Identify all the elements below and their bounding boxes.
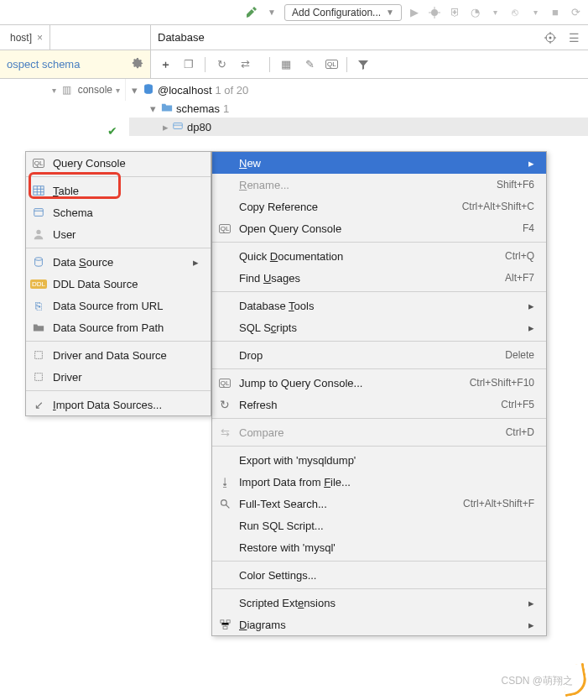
main_menu-item-drop[interactable]: DropDelete [212, 344, 546, 366]
update-icon[interactable]: ⟳ [568, 5, 583, 20]
editor-tab[interactable]: host] × [3, 25, 50, 50]
chevron-right-icon: ▸ [193, 256, 199, 269]
menu-separator [212, 561, 546, 562]
tree-db-row[interactable]: ▸ dp80 [129, 118, 588, 136]
sub_menu-item-table[interactable]: Table [26, 180, 211, 201]
main_menu-item-jump-to-query-console[interactable]: QLJump to Query Console...Ctrl+Shift+F10 [212, 372, 546, 394]
main_menu-item-database-tools[interactable]: Database Tools▸ [212, 295, 546, 316]
settings-icon[interactable]: ☰ [566, 30, 581, 45]
attach-dropdown-icon[interactable]: ▾ [528, 5, 543, 20]
sub_menu-item-query-console[interactable]: QLQuery Console [26, 152, 211, 174]
menu-separator [212, 341, 546, 342]
edit-icon[interactable]: ✎ [302, 57, 317, 72]
run-icon[interactable]: ▶ [407, 5, 422, 20]
menu-item-label: Quick Documentation [239, 250, 498, 263]
hammer-icon[interactable] [244, 5, 259, 20]
sub_menu-item-data-source-from-path[interactable]: Data Source from Path [26, 316, 211, 338]
debug-icon[interactable] [427, 5, 442, 20]
driver-icon [31, 349, 46, 361]
svg-point-10 [36, 230, 40, 234]
chevron-right-icon: ▸ [528, 619, 534, 631]
duplicate-icon[interactable]: ❐ [181, 57, 196, 72]
tree-host-count: 1 of 20 [216, 84, 249, 97]
add-configuration-button[interactable]: Add Configuration... ▼ [284, 4, 402, 21]
main_menu-item-find-usages[interactable]: Find UsagesAlt+F7 [212, 267, 546, 289]
main_menu-item-export-with-mysqldump[interactable]: Export with 'mysqldump' [212, 449, 546, 471]
schema-notice[interactable]: ospect schema [0, 50, 151, 78]
sub_menu-item-ddl-data-source[interactable]: DDLDDL Data Source [26, 273, 211, 295]
caret-down-icon: ▾ [148, 102, 158, 115]
main_menu-item-compare[interactable]: ⇆CompareCtrl+D [212, 421, 546, 443]
main_menu-item-import-data-from-file[interactable]: ⭳Import Data from File... [212, 471, 546, 493]
menu-item-label: User [53, 228, 199, 241]
database-panel-title: Database [158, 31, 205, 44]
filter-icon[interactable] [356, 57, 371, 72]
refresh-icon[interactable]: ↻ [214, 57, 229, 72]
search-icon [217, 499, 232, 509]
sub_menu-item-import-data-sources[interactable]: ↙Import Data Sources... [26, 394, 211, 415]
main_menu-item-sql-scripts[interactable]: SQL Scripts▸ [212, 316, 546, 338]
tree-host-row[interactable]: ▾ @localhost 1 of 20 [129, 81, 588, 99]
main_menu-item-new[interactable]: New▸ [212, 152, 546, 174]
hammer-dropdown-icon[interactable]: ▼ [264, 5, 279, 20]
menu-item-shortcut: Ctrl+D [506, 426, 534, 438]
tree-host-label: @localhost [158, 84, 212, 97]
sync-icon[interactable]: ⇄ [237, 57, 252, 72]
ddl-icon: DDL [31, 279, 46, 289]
main_menu-item-restore-with-mysql[interactable]: Restore with 'mysql' [212, 536, 546, 558]
refresh-icon: ↻ [217, 398, 232, 411]
menu-item-label: DDL Data Source [53, 278, 199, 290]
menu-item-label: Copy Reference [239, 201, 455, 213]
profile-icon[interactable]: ◔ [467, 5, 482, 20]
ql-icon: QL [31, 159, 46, 168]
menu-item-label: Query Console [53, 157, 199, 170]
close-icon[interactable]: × [37, 32, 43, 44]
main_menu-item-quick-documentation[interactable]: Quick DocumentationCtrl+Q [212, 245, 546, 267]
table-icon[interactable]: ▦ [278, 57, 294, 72]
profile-dropdown-icon[interactable]: ▾ [487, 5, 502, 20]
menu-item-shortcut: Ctrl+Alt+Shift+C [462, 201, 534, 212]
database-tree: ▾ @localhost 1 of 20 ▾ schemas 1 ▸ [126, 79, 588, 136]
console-selector[interactable]: ▾ ▥ console ▾ [0, 79, 126, 101]
menu-item-label: Jump to Query Console... [239, 377, 463, 389]
coverage-icon[interactable]: ⛨ [447, 5, 462, 20]
main_menu-item-rename[interactable]: Rename...Shift+F6 [212, 174, 546, 196]
menu-item-label: Restore with 'mysql' [239, 541, 534, 554]
schema-icon [31, 206, 46, 218]
menu-item-label: Diagrams [239, 619, 522, 631]
main_menu-item-scripted-extensions[interactable]: Scripted Extensions▸ [212, 592, 546, 614]
target-icon[interactable] [543, 30, 558, 45]
menu-separator [212, 291, 546, 292]
menu-item-shortcut: Ctrl+F5 [501, 399, 534, 410]
main_menu-item-open-query-console[interactable]: QLOpen Query ConsoleF4 [212, 217, 546, 239]
main_menu-item-refresh[interactable]: ↻RefreshCtrl+F5 [212, 394, 546, 415]
main_menu-item-full-text-search[interactable]: Full-Text Search...Ctrl+Alt+Shift+F [212, 493, 546, 515]
svg-rect-5 [220, 619, 223, 622]
menu-item-label: Data Source from URL [53, 300, 199, 312]
query-console-icon[interactable]: QL [325, 60, 338, 69]
menu-separator [26, 248, 211, 248]
menu-item-shortcut: Ctrl+Q [505, 250, 534, 262]
context-menu-new-submenu: QLQuery ConsoleTableSchemaUserData Sourc… [25, 151, 211, 416]
main_menu-item-diagrams[interactable]: Diagrams▸ [212, 614, 546, 635]
tree-schemas-row[interactable]: ▾ schemas 1 [129, 99, 588, 118]
sub_menu-item-user[interactable]: User [26, 223, 211, 245]
caret-down-icon: ▾ [129, 84, 139, 97]
main_menu-item-copy-reference[interactable]: Copy ReferenceCtrl+Alt+Shift+C [212, 196, 546, 217]
main_menu-item-color-settings[interactable]: Color Settings... [212, 564, 546, 586]
menu-item-label: Scripted Extensions [239, 597, 522, 609]
sub_menu-item-driver-and-data-source[interactable]: Driver and Data Source [26, 344, 211, 366]
editor-tabs: host] × [0, 25, 151, 50]
attach-icon[interactable]: ⎋ [507, 5, 523, 20]
add-icon[interactable]: ＋ [158, 57, 173, 72]
chevron-right-icon: ▸ [528, 597, 534, 609]
gear-icon[interactable] [132, 57, 143, 71]
sub_menu-item-driver[interactable]: Driver [26, 366, 211, 388]
sub_menu-item-data-source[interactable]: Data Source▸ [26, 251, 211, 273]
main_menu-item-run-sql-script[interactable]: Run SQL Script... [212, 515, 546, 536]
menu-separator [212, 588, 546, 589]
sub_menu-item-schema[interactable]: Schema [26, 201, 211, 223]
stop-icon[interactable]: ■ [548, 5, 563, 20]
sub_menu-item-data-source-from-url[interactable]: ⎘Data Source from URL [26, 295, 211, 316]
svg-rect-8 [34, 186, 44, 196]
